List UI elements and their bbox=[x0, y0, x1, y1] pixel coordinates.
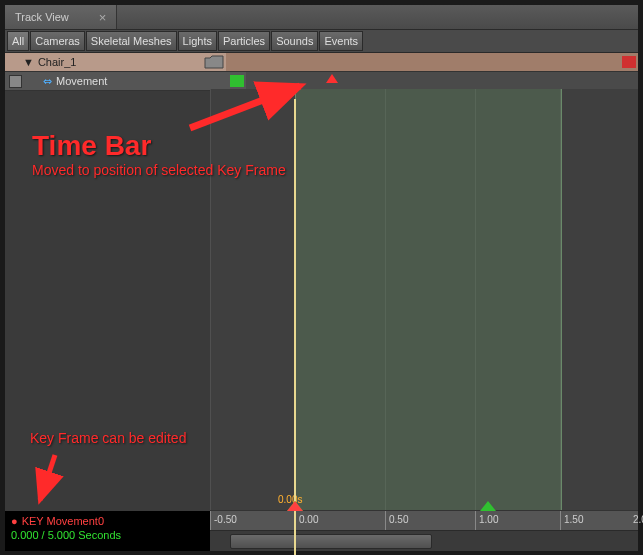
keyframe-marker[interactable] bbox=[326, 74, 338, 83]
filter-sounds[interactable]: Sounds bbox=[271, 31, 318, 51]
filter-skeletal[interactable]: Skeletal Meshes bbox=[86, 31, 177, 51]
scroll-thumb[interactable] bbox=[230, 534, 432, 549]
status-time-label: 0.000 / 5.000 Seconds bbox=[11, 529, 204, 541]
folder-icon[interactable] bbox=[204, 55, 224, 69]
filter-all[interactable]: All bbox=[7, 31, 29, 51]
tab-label: Track View bbox=[15, 11, 69, 23]
gridline bbox=[210, 89, 211, 511]
color-swatch-green bbox=[230, 75, 244, 87]
move-icon: ⇔ bbox=[43, 75, 52, 88]
filter-bar: All Cameras Skeletal Meshes Lights Parti… bbox=[5, 30, 638, 53]
filter-events[interactable]: Events bbox=[319, 31, 363, 51]
active-region bbox=[295, 89, 562, 511]
tab-track-view[interactable]: Track View × bbox=[5, 5, 117, 29]
track-sub-name: Movement bbox=[56, 75, 107, 87]
color-swatch-red bbox=[622, 56, 636, 68]
playhead[interactable] bbox=[294, 99, 296, 555]
time-ruler[interactable]: -0.50 0.00 0.50 1.00 1.50 2.0 bbox=[210, 510, 638, 531]
range-end-marker[interactable] bbox=[480, 501, 496, 511]
titlebar: Track View × bbox=[5, 5, 638, 30]
timeline-body[interactable]: 0.00s bbox=[210, 89, 638, 511]
filter-cameras[interactable]: Cameras bbox=[30, 31, 85, 51]
track-view-window: Track View × All Cameras Skeletal Meshes… bbox=[4, 4, 639, 551]
track-sub-label[interactable]: ⇔ Movement bbox=[5, 72, 246, 90]
status-key-label: KEY Movement0 bbox=[11, 515, 204, 527]
track-group-timeline[interactable] bbox=[226, 53, 638, 71]
expand-icon[interactable]: ▼ bbox=[23, 56, 34, 68]
close-icon[interactable]: × bbox=[99, 10, 107, 25]
track-group-row[interactable]: ▼ Chair_1 bbox=[5, 53, 638, 72]
horizontal-scrollbar[interactable] bbox=[210, 530, 638, 551]
track-area: ▼ Chair_1 ⇔ Movement bbox=[5, 53, 638, 551]
filter-lights[interactable]: Lights bbox=[178, 31, 217, 51]
track-group-name: Chair_1 bbox=[38, 56, 77, 68]
track-group-label[interactable]: ▼ Chair_1 bbox=[5, 53, 226, 71]
filter-particles[interactable]: Particles bbox=[218, 31, 270, 51]
status-area: KEY Movement0 0.000 / 5.000 Seconds bbox=[5, 511, 210, 551]
track-checkbox[interactable] bbox=[9, 75, 22, 88]
track-sub-timeline[interactable] bbox=[246, 72, 638, 90]
playhead-handle[interactable] bbox=[287, 501, 303, 511]
